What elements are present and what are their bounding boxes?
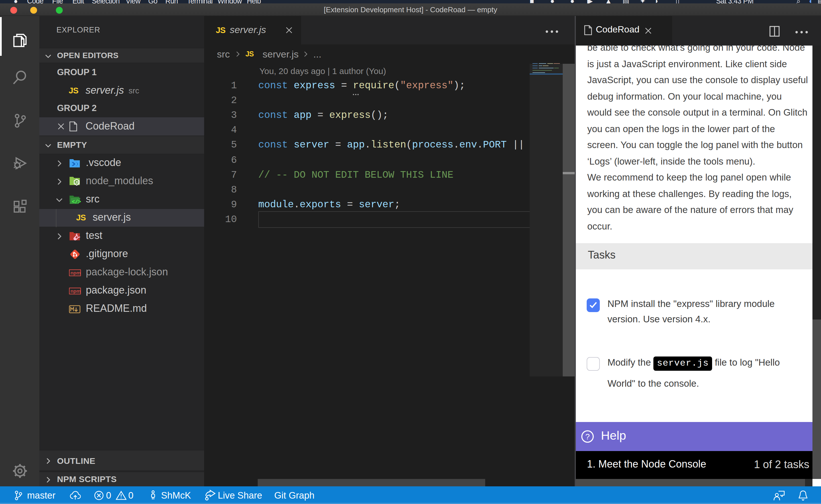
svg-text:</>: </> (71, 199, 81, 204)
svg-text:?: ? (585, 432, 590, 441)
svg-text:npm: npm (70, 270, 81, 275)
svg-text:JS: JS (75, 180, 79, 184)
svg-text:npm: npm (70, 288, 81, 294)
